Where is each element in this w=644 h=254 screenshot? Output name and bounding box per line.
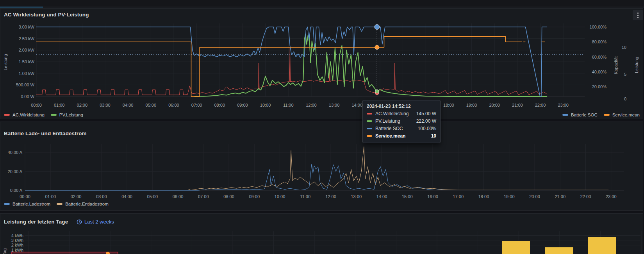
series-color-swatch: [57, 203, 62, 205]
series-color-swatch: [604, 114, 610, 116]
tooltip-series-value: 100.00%: [418, 126, 436, 131]
hover-tooltip: 2024-01-23 14:52:12 AC.Wirkleistung145.0…: [362, 100, 441, 143]
panel1-y-left-axis-label: Leistung: [3, 54, 8, 70]
p2-legend-item[interactable]: Batterie.Entladestrom: [57, 202, 109, 206]
p1-legend-item[interactable]: Batterie SOC: [562, 113, 598, 117]
tooltip-series-value: 145.00 W: [416, 111, 436, 116]
p1-legend-item[interactable]: PV.Leistung: [51, 113, 83, 117]
series-label: Batterie.Entladestrom: [65, 202, 109, 206]
time-range-label: Last 2 weeks: [84, 219, 114, 225]
p1-legend-item[interactable]: AC.Wirkleistung: [4, 113, 45, 117]
series-color-swatch: [562, 114, 568, 116]
top-divider: [0, 7, 644, 7]
panel-menu-kebab-icon[interactable]: [633, 10, 643, 20]
tooltip-series-label: AC.Wirkleistung: [375, 111, 413, 116]
tooltip-row: Service.mean10: [367, 133, 436, 139]
panel-ac-pv: [0, 8, 643, 119]
top-accent-line: [0, 7, 43, 7]
clock-icon: [77, 219, 82, 225]
panel2-title[interactable]: Batterie Lade- und Entladestrom: [4, 131, 87, 136]
tooltip-series-swatch: [367, 135, 372, 137]
tooltip-row: AC.Wirkleistung145.00 W: [367, 111, 436, 116]
panel3-y-axis-label: kWh pro Tag: [2, 248, 7, 254]
panel1-y-right2-axis-label: Leistung: [634, 57, 639, 73]
panel1-title[interactable]: AC Wirkleistung und PV-Leistung: [4, 12, 89, 18]
series-label: Batterie SOC: [571, 113, 598, 117]
panel3-title[interactable]: Leistung der letzten Tage: [4, 219, 68, 225]
tooltip-series-label: PV.Leistung: [375, 118, 413, 124]
tooltip-series-value: 10: [431, 133, 436, 139]
series-label: Batterie.Ladestrom: [12, 202, 50, 206]
tooltip-series-swatch: [367, 128, 372, 129]
series-label: Service.mean: [612, 113, 640, 117]
tooltip-series-swatch: [367, 113, 372, 114]
tooltip-series-value: 222.00 W: [416, 118, 436, 124]
series-label: AC.Wirkleistung: [12, 113, 45, 117]
panel3-time-range-link[interactable]: Last 2 weeks: [77, 219, 114, 225]
series-color-swatch: [4, 114, 10, 116]
series-label: PV.Leistung: [59, 113, 83, 117]
series-color-swatch: [4, 203, 10, 205]
tooltip-series-swatch: [367, 120, 372, 122]
p1-legend-item[interactable]: Service.mean: [604, 113, 640, 117]
tooltip-series-label: Service.mean: [375, 133, 428, 139]
panel1-y-right1-axis-label: Kapazität: [614, 56, 618, 74]
panel-battery-current: [0, 122, 643, 211]
grafana-dashboard: 3.00 kW2.50 kW2.00 kW1.50 kW1.00 kW500.0…: [0, 0, 644, 254]
p2-legend-item[interactable]: Batterie.Ladestrom: [4, 202, 50, 206]
series-color-swatch: [51, 114, 57, 116]
tooltip-series-label: Batterie SOC: [375, 126, 415, 131]
panel1-legend-left: AC.WirkleistungPV.Leistung: [4, 113, 83, 117]
panel2-legend: Batterie.LadestromBatterie.Entladestrom: [4, 202, 109, 206]
tooltip-timestamp: 2024-01-23 14:52:12: [367, 104, 436, 109]
tooltip-row: PV.Leistung222.00 W: [367, 118, 436, 124]
panel1-legend-right: Batterie SOCService.mean: [562, 113, 640, 117]
tooltip-row: Batterie SOC100.00%: [367, 126, 436, 131]
